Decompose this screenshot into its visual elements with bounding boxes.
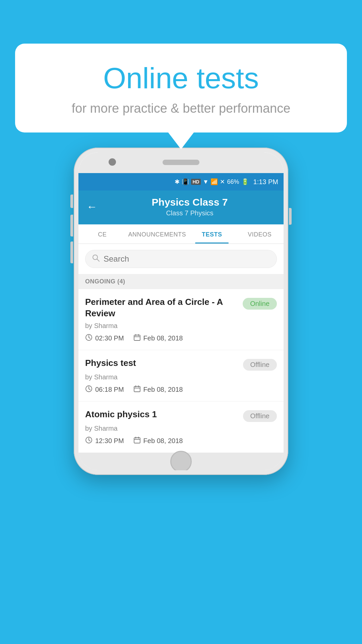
- test-by-1: by Sharma: [85, 373, 277, 381]
- phone-bottom-hardware: [78, 453, 284, 470]
- test-time-text-0: 02:30 PM: [95, 334, 124, 342]
- volume-up-button: [70, 215, 73, 236]
- tab-videos[interactable]: VIDEOS: [236, 224, 284, 244]
- app-header: ← Physics Class 7 Class 7 Physics: [78, 191, 284, 224]
- earpiece-speaker: [163, 160, 199, 165]
- status-icons: ✱ 📳 HD ▼ 📶 ✕ 66% 🔋 1:13 PM: [175, 178, 278, 186]
- back-button[interactable]: ←: [86, 201, 97, 213]
- svg-rect-12: [134, 386, 140, 392]
- test-date-text-2: Feb 08, 2018: [143, 437, 183, 445]
- test-by-2: by Sharma: [85, 425, 277, 432]
- test-badge-1: Offline: [243, 359, 277, 371]
- section-header: ONGOING (4): [78, 274, 284, 289]
- test-time-2: 12:30 PM: [85, 436, 124, 446]
- svg-line-4: [89, 337, 90, 338]
- tab-announcements[interactable]: ANNOUNCEMENTS: [126, 224, 188, 244]
- tab-tests[interactable]: TESTS: [188, 224, 236, 244]
- calendar-icon-1: [133, 385, 141, 394]
- test-time-0: 02:30 PM: [85, 334, 124, 343]
- test-meta-1: 06:18 PM Feb 08, 201: [85, 385, 277, 394]
- battery-text: 66%: [227, 178, 239, 185]
- test-meta-0: 02:30 PM Feb 08, 201: [85, 334, 277, 343]
- search-container: [78, 244, 284, 274]
- signal-icon: 📶: [210, 178, 218, 185]
- search-icon: [92, 254, 100, 264]
- no-sim-icon: ✕: [220, 178, 225, 185]
- test-name-1: Physics test: [85, 358, 243, 369]
- svg-line-1: [97, 259, 100, 262]
- search-input[interactable]: [104, 254, 270, 264]
- test-date-text-1: Feb 08, 2018: [143, 386, 183, 393]
- search-bar[interactable]: [85, 250, 277, 268]
- bubble-subtitle: for more practice & better performance: [35, 101, 327, 116]
- calendar-icon-0: [133, 334, 141, 343]
- clock-icon-1: [85, 385, 93, 394]
- test-name-0: Perimeter and Area of a Circle - A Revie…: [85, 297, 243, 319]
- clock-icon-2: [85, 436, 93, 446]
- test-time-text-2: 12:30 PM: [95, 437, 124, 445]
- vibrate-icon: 📳: [182, 178, 189, 185]
- header-title-area: Physics Class 7 Class 7 Physics: [104, 197, 276, 217]
- test-badge-0: Online: [243, 298, 277, 310]
- test-item-0[interactable]: Perimeter and Area of a Circle - A Revie…: [78, 289, 284, 350]
- test-date-2: Feb 08, 2018: [133, 436, 183, 446]
- bubble-title: Online tests: [35, 62, 327, 95]
- clock-icon-0: [85, 334, 93, 343]
- test-time-1: 06:18 PM: [85, 385, 124, 394]
- test-date-0: Feb 08, 2018: [133, 334, 183, 343]
- bluetooth-icon: ✱: [175, 178, 180, 185]
- test-item-2[interactable]: Atomic physics 1 Offline by Sharma: [78, 401, 284, 453]
- svg-rect-19: [134, 438, 140, 443]
- wifi-icon: ▼: [203, 178, 209, 185]
- breadcrumb: Class 7 Physics: [104, 209, 276, 217]
- phone-mockup: ✱ 📳 HD ▼ 📶 ✕ 66% 🔋 1:13 PM ←: [74, 148, 288, 475]
- tab-ce[interactable]: CE: [78, 224, 126, 244]
- status-bar: ✱ 📳 HD ▼ 📶 ✕ 66% 🔋 1:13 PM: [78, 173, 284, 191]
- test-badge-2: Offline: [243, 410, 277, 422]
- status-time: 1:13 PM: [253, 178, 278, 186]
- test-meta-2: 12:30 PM Feb 08, 201: [85, 436, 277, 446]
- svg-rect-5: [134, 335, 140, 340]
- front-camera: [109, 158, 116, 166]
- power-button: [289, 208, 292, 225]
- calendar-icon-2: [133, 436, 141, 446]
- home-button[interactable]: [170, 451, 192, 470]
- test-name-2: Atomic physics 1: [85, 409, 243, 420]
- mute-button: [70, 195, 73, 208]
- page-title: Physics Class 7: [104, 197, 276, 208]
- test-date-text-0: Feb 08, 2018: [143, 334, 183, 342]
- volume-down-button: [70, 241, 73, 263]
- test-time-text-1: 06:18 PM: [95, 386, 124, 393]
- test-by-0: by Sharma: [85, 322, 277, 330]
- phone-top-hardware: [78, 152, 284, 173]
- speech-bubble: Online tests for more practice & better …: [15, 44, 347, 132]
- phone-screen: ✱ 📳 HD ▼ 📶 ✕ 66% 🔋 1:13 PM ←: [78, 173, 284, 453]
- svg-line-18: [89, 440, 90, 441]
- test-date-1: Feb 08, 2018: [133, 385, 183, 394]
- battery-icon: 🔋: [241, 178, 249, 185]
- hd-badge: HD: [191, 179, 200, 185]
- svg-line-11: [89, 389, 90, 390]
- tabs-bar: CE ANNOUNCEMENTS TESTS VIDEOS: [78, 224, 284, 244]
- test-item-1[interactable]: Physics test Offline by Sharma: [78, 350, 284, 401]
